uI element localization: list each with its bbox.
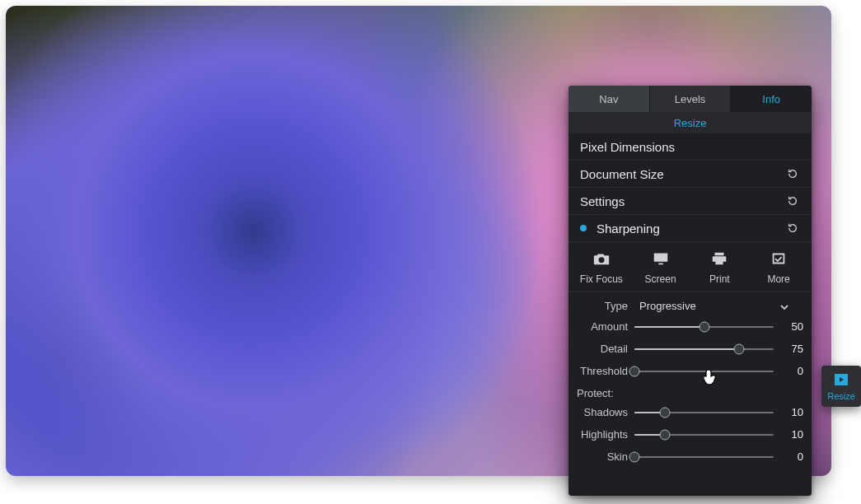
preset-screen[interactable]: Screen xyxy=(634,250,688,285)
slider-skin-row: Skin 0 xyxy=(569,446,812,468)
monitor-icon xyxy=(652,250,670,269)
section-title: Document Size xyxy=(580,167,785,181)
slider-label: Threshold xyxy=(569,365,634,377)
preset-label: Fix Focus xyxy=(580,273,623,285)
slider-label: Skin xyxy=(569,450,634,463)
slider-value: 10 xyxy=(774,428,803,441)
section-document-size[interactable]: Document Size xyxy=(569,161,812,188)
preset-label: Screen xyxy=(645,273,676,285)
slider-skin[interactable] xyxy=(634,451,774,463)
preset-label: Print xyxy=(709,273,730,285)
preset-fix-focus[interactable]: Fix Focus xyxy=(574,250,629,285)
checkbox-icon xyxy=(770,250,788,269)
section-pixel-dimensions[interactable]: Pixel Dimensions xyxy=(569,133,812,161)
slider-detail-row: Detail 75 xyxy=(569,338,812,360)
slider-threshold[interactable] xyxy=(634,366,774,377)
printer-icon xyxy=(710,250,728,269)
info-panel: Nav Levels Info Resize Pixel Dimensions … xyxy=(569,86,812,496)
slider-value: 0 xyxy=(774,450,803,463)
panel-subheader-resize[interactable]: Resize xyxy=(569,112,812,133)
camera-icon xyxy=(592,250,611,269)
chevron-down-icon xyxy=(780,301,788,310)
floating-label: Resize xyxy=(827,391,855,401)
section-title: Sharpening xyxy=(597,222,785,236)
reset-icon[interactable] xyxy=(785,166,800,181)
preset-label: More xyxy=(767,273,789,285)
preset-print[interactable]: Print xyxy=(692,250,746,285)
slider-label: Detail xyxy=(569,343,634,355)
protect-label: Protect: xyxy=(569,382,812,401)
section-title: Settings xyxy=(580,194,785,208)
slider-amount-row: Amount 50 xyxy=(569,315,812,338)
slider-label: Amount xyxy=(569,320,634,333)
tab-levels[interactable]: Levels xyxy=(649,86,731,112)
type-value: Progressive xyxy=(639,300,696,312)
section-settings[interactable]: Settings xyxy=(569,188,812,215)
slider-amount[interactable] xyxy=(634,321,774,333)
slider-highlights-row: Highlights 10 xyxy=(569,423,812,446)
type-row: Type Progressive xyxy=(569,292,812,315)
slider-detail[interactable] xyxy=(634,343,774,355)
slider-highlights[interactable] xyxy=(634,429,774,441)
slider-shadows[interactable] xyxy=(634,407,774,418)
reset-icon[interactable] xyxy=(785,194,800,208)
section-title: Pixel Dimensions xyxy=(580,140,800,154)
slider-threshold-row: Threshold 0 xyxy=(569,360,812,382)
slider-label: Shadows xyxy=(569,406,634,418)
active-dot-icon xyxy=(580,225,587,231)
slider-value: 0 xyxy=(774,365,803,377)
tab-info[interactable]: Info xyxy=(730,86,812,112)
tab-nav[interactable]: Nav xyxy=(569,86,649,112)
slider-value: 10 xyxy=(774,406,803,418)
slider-value: 75 xyxy=(774,343,803,355)
preset-more[interactable]: More xyxy=(751,250,806,285)
sharpening-preset-row: Fix Focus Screen Print More xyxy=(569,242,812,292)
slider-label: Highlights xyxy=(569,428,634,441)
resize-icon xyxy=(833,372,849,389)
floating-resize-button[interactable]: Resize xyxy=(821,366,861,407)
reset-icon[interactable] xyxy=(785,221,800,236)
slider-value: 50 xyxy=(774,320,803,333)
panel-tabs: Nav Levels Info xyxy=(569,86,812,112)
slider-shadows-row: Shadows 10 xyxy=(569,401,812,423)
section-sharpening[interactable]: Sharpening xyxy=(569,215,812,242)
type-label: Type xyxy=(569,300,634,312)
type-select[interactable]: Progressive xyxy=(634,297,803,314)
